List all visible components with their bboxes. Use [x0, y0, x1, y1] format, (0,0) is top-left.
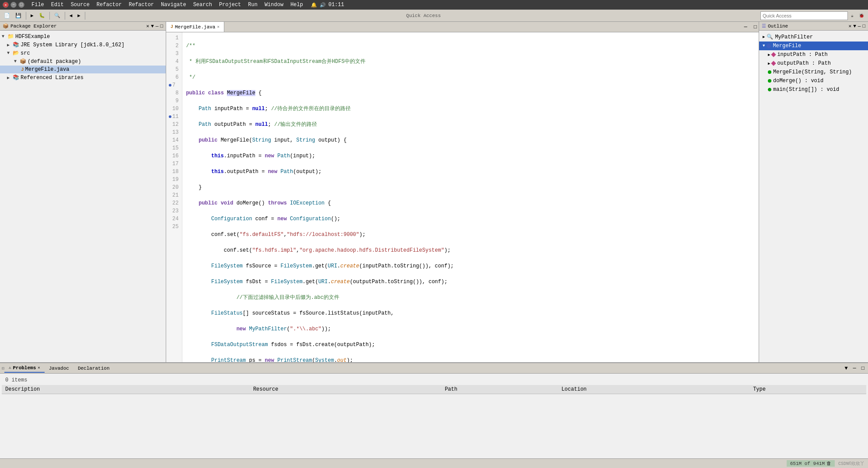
- tab-javadoc-label: Javadoc: [49, 366, 69, 371]
- toolbar-search[interactable]: 🔍: [52, 11, 63, 20]
- menu-refactor1[interactable]: Refactor: [93, 1, 125, 9]
- window-controls[interactable]: ✕ − □: [3, 2, 24, 8]
- tree-label-default-pkg: (default package): [28, 59, 81, 65]
- line-num-19: 19: [168, 176, 178, 184]
- tree-item-default-pkg[interactable]: ▼ 📦 (default package): [0, 57, 166, 66]
- outline-panel: ☰ Outline ✕ ▼ — □ ▶ 🔍 MyPathFilter ▼ Me: [759, 22, 868, 362]
- main-layout: 📦 Package Explorer ✕ ▼ — □ ▼ 📁 HDFSExamp…: [0, 22, 868, 468]
- menu-file[interactable]: File: [28, 1, 48, 9]
- outline-menu-icon[interactable]: ▼: [853, 24, 856, 29]
- outline-item-outputpath[interactable]: ▶ outputPath : Path: [759, 59, 868, 68]
- toolbar-separator-3: [65, 12, 65, 20]
- col-resource[interactable]: Resource: [250, 385, 441, 394]
- memory-indicator[interactable]: 651M of 941M 🗑: [787, 460, 835, 467]
- package-explorer-icon: 📦: [3, 23, 9, 29]
- menu-help[interactable]: Help: [287, 1, 307, 9]
- outline-item-mypathfilter[interactable]: ▶ 🔍 MyPathFilter: [759, 32, 868, 42]
- code-line-3: */: [186, 73, 755, 81]
- col-type[interactable]: Type: [749, 385, 866, 394]
- minimize-button[interactable]: −: [10, 2, 17, 8]
- outline-item-domerge[interactable]: doMerge() : void: [759, 76, 868, 85]
- bottom-maximize-icon[interactable]: □: [860, 364, 866, 372]
- editor-maximize-icon[interactable]: □: [752, 23, 759, 31]
- bottom-collapse-icon[interactable]: ▼: [843, 364, 849, 372]
- line-num-21: 21: [168, 191, 178, 199]
- bottom-minimize-icon[interactable]: —: [851, 364, 858, 372]
- line-num-4: 4: [168, 58, 178, 66]
- menu-refactor2[interactable]: Refactor: [125, 1, 157, 9]
- expand-icon-pkg: ▼: [14, 59, 18, 64]
- tree-label-hdfsexample: HDFSExample: [15, 34, 50, 40]
- java-icon-mergefile: J: [21, 67, 24, 72]
- tab-problems-close[interactable]: ✕: [38, 365, 40, 370]
- quick-access-input[interactable]: [760, 11, 848, 20]
- pe-minimize-icon[interactable]: —: [156, 24, 159, 29]
- code-line-12: Configuration conf = new Configuration()…: [186, 215, 755, 223]
- outline-header: ☰ Outline ✕ ▼ — □: [759, 22, 868, 31]
- line-num-25: 25: [168, 223, 178, 231]
- tab-problems[interactable]: ⚠ Problems ✕: [4, 364, 45, 373]
- toolbar-separator-1: [26, 12, 26, 20]
- tree-item-src[interactable]: ▼ 📂 src: [0, 49, 166, 57]
- code-line-14: conf.set("fs.hdfs.impl","org.apache.hado…: [186, 246, 755, 254]
- tree-item-mergefile[interactable]: J MergeFile.java: [0, 66, 166, 73]
- outline-minimize-icon[interactable]: —: [858, 24, 861, 29]
- menu-run[interactable]: Run: [244, 1, 261, 9]
- outline-item-mergefile[interactable]: ▼ MergeFile: [759, 42, 868, 50]
- toolbar-perspective-java[interactable]: ☕: [849, 12, 856, 20]
- line-num-18: 18: [168, 168, 178, 176]
- menu-bar: File Edit Source Refactor Refactor Navig…: [28, 1, 307, 9]
- tab-declaration[interactable]: Declaration: [73, 364, 114, 372]
- editor-tab-mergefile[interactable]: J MergeFile.java ✕: [166, 22, 224, 32]
- menu-navigate[interactable]: Navigate: [157, 1, 190, 9]
- toolbar-new[interactable]: 📄: [2, 11, 12, 20]
- menu-edit[interactable]: Edit: [48, 1, 67, 9]
- tree-item-hdfsexample[interactable]: ▼ 📁 HDFSExample: [0, 32, 166, 41]
- editor-minimize-icon[interactable]: —: [742, 23, 749, 31]
- package-explorer-header: 📦 Package Explorer ✕ ▼ — □: [0, 22, 166, 31]
- tab-javadoc[interactable]: Javadoc: [45, 364, 73, 372]
- pe-maximize-icon[interactable]: □: [160, 24, 163, 29]
- problems-table-header-row: Description Resource Path Location Type: [2, 385, 866, 394]
- close-button[interactable]: ✕: [3, 2, 9, 8]
- outline-close-icon[interactable]: ✕: [849, 23, 852, 29]
- col-description[interactable]: Description: [2, 385, 250, 394]
- menu-window[interactable]: Window: [261, 1, 287, 9]
- expand-icon-jre: ▶: [7, 42, 11, 48]
- line-num-17: 17: [168, 160, 178, 168]
- menu-source[interactable]: Source: [67, 1, 93, 9]
- code-content[interactable]: /** * 利用FSDataOutputStream和FSDataInputSt…: [182, 32, 759, 362]
- code-editor[interactable]: 1 2 3 4 5 6 7 8 9 10 11 12 13 14 15 16 1: [166, 32, 759, 362]
- outline-content: ▶ 🔍 MyPathFilter ▼ MergeFile ▶ inputPath…: [759, 31, 868, 362]
- pe-close-icon[interactable]: ✕: [146, 23, 150, 29]
- outline-item-constructor[interactable]: MergeFile(String, String): [759, 68, 868, 76]
- outline-item-inputpath[interactable]: ▶ inputPath : Path: [759, 50, 868, 59]
- tree-item-jre[interactable]: ▶ 📚 JRE System Library [jdk1.8.0_162]: [0, 41, 166, 49]
- toolbar-back[interactable]: ◀: [67, 11, 75, 20]
- code-line-13: conf.set("fs.defaultFS","hdfs://localhos…: [186, 231, 755, 239]
- outline-title: Outline: [768, 24, 788, 29]
- menu-search[interactable]: Search: [190, 1, 216, 9]
- col-path[interactable]: Path: [441, 385, 558, 394]
- menu-project[interactable]: Project: [216, 1, 244, 9]
- toolbar-perspective-debug[interactable]: 🐞: [857, 12, 866, 20]
- toolbar-save[interactable]: 💾: [13, 11, 24, 20]
- package-explorer-panel: 📦 Package Explorer ✕ ▼ — □ ▼ 📁 HDFSExamp…: [0, 22, 166, 362]
- col-location[interactable]: Location: [558, 385, 749, 394]
- outline-item-main[interactable]: main(String[]) : void: [759, 85, 868, 94]
- toolbar-forward[interactable]: ▶: [75, 11, 83, 20]
- line-num-24: 24: [168, 215, 178, 223]
- line-num-5: 5: [168, 66, 178, 73]
- code-line-16: FileSystem fsDst = FileSystem.get(URI.cr…: [186, 278, 755, 286]
- maximize-button[interactable]: □: [18, 2, 24, 8]
- tree-item-reflibs[interactable]: ▶ 📚 Referenced Libraries: [0, 73, 166, 82]
- outline-maximize-icon[interactable]: □: [862, 24, 865, 29]
- gc-icon[interactable]: 🗑: [826, 461, 831, 466]
- code-line-15: FileSystem fsSource = FileSystem.get(URI…: [186, 262, 755, 270]
- bottom-panel: ⊞ ⚠ Problems ✕ Javadoc Declaration ▼ — □…: [0, 362, 868, 458]
- toolbar-run[interactable]: ▶: [28, 11, 36, 20]
- editor-tab-close-icon[interactable]: ✕: [217, 24, 219, 29]
- pe-menu-icon[interactable]: ▼: [151, 24, 154, 29]
- toolbar-debug[interactable]: 🐛: [37, 11, 47, 20]
- folder-icon-src: 📂: [13, 50, 19, 56]
